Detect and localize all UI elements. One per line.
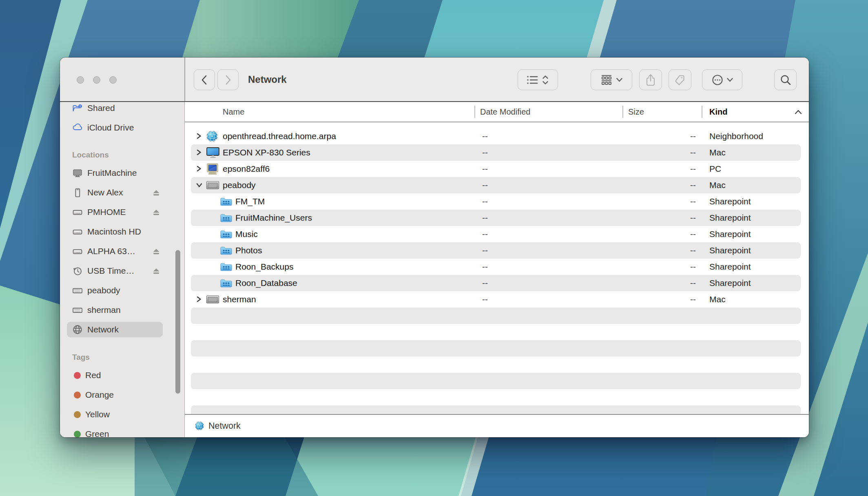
sidebar-item-new-alex[interactable]: New Alex <box>67 185 163 200</box>
sidebar-item-shared[interactable]: Shared <box>67 100 163 116</box>
kind-value: Sharepoint <box>709 242 751 259</box>
column-header-kind[interactable]: Kind <box>709 102 727 122</box>
file-row[interactable]: Music----Sharepoint <box>185 226 809 242</box>
disclosure-right-icon[interactable] <box>196 144 202 161</box>
column-separator[interactable] <box>702 106 702 118</box>
tag-color-dot <box>74 372 81 379</box>
empty-row <box>185 340 809 356</box>
file-row[interactable]: Roon_Database----Sharepoint <box>185 275 809 291</box>
empty-row <box>185 324 809 340</box>
globe-icon <box>72 324 83 335</box>
file-name: FM_TM <box>235 193 265 210</box>
disclosure-right-icon[interactable] <box>196 128 202 144</box>
empty-row <box>185 389 809 405</box>
size-value: -- <box>666 161 696 177</box>
sidebar-item-pmhome[interactable]: PMHOME <box>67 204 163 220</box>
size-value: -- <box>666 291 696 308</box>
group-button[interactable] <box>591 69 632 90</box>
server-icon <box>72 305 83 315</box>
eject-icon[interactable] <box>151 247 162 256</box>
shared-folder-icon <box>220 259 232 275</box>
file-row[interactable]: peabody----Mac <box>185 177 809 193</box>
sidebar-item-alpha-63[interactable]: ALPHA 63… <box>67 244 163 259</box>
disclosure-right-icon[interactable] <box>196 161 202 177</box>
file-row[interactable]: FruitMachine_Users----Sharepoint <box>185 210 809 226</box>
kind-value: Sharepoint <box>709 259 751 275</box>
zoom-button[interactable] <box>109 76 117 84</box>
eject-icon[interactable] <box>151 188 162 197</box>
sidebar-scrollbar-thumb[interactable] <box>175 250 180 394</box>
file-row[interactable]: FM_TM----Sharepoint <box>185 193 809 210</box>
share-button[interactable] <box>639 69 662 90</box>
sidebar-item-network[interactable]: Network <box>67 322 163 337</box>
disclosure-down-icon[interactable] <box>196 177 203 193</box>
disclosure-right-icon[interactable] <box>196 291 202 308</box>
column-header-date-modified[interactable]: Date Modified <box>480 102 530 122</box>
sidebar-item-label: Shared <box>87 103 115 113</box>
eject-icon[interactable] <box>151 208 162 217</box>
sidebar-item-peabody[interactable]: peabody <box>67 283 163 298</box>
sidebar-section-header-tags: Tags <box>72 353 90 363</box>
date-modified-value: -- <box>482 128 488 144</box>
group-grid-icon <box>600 74 613 86</box>
pc-crt-icon <box>206 161 219 177</box>
sidebar-item-green[interactable]: Green <box>67 426 163 437</box>
file-row[interactable]: openthread.thread.home.arpa----Neighborh… <box>185 128 809 144</box>
sidebar-item-label: peabody <box>87 286 120 295</box>
kind-value: Sharepoint <box>709 226 751 242</box>
column-separator[interactable] <box>622 106 623 118</box>
sidebar-item-usb-time[interactable]: USB Time… <box>67 263 163 279</box>
sidebar-item-orange[interactable]: Orange <box>67 387 163 403</box>
sidebar-item-yellow[interactable]: Yellow <box>67 407 163 422</box>
sidebar-item-label: Red <box>85 370 101 380</box>
size-value: -- <box>666 242 696 259</box>
sidebar-item-label: Green <box>85 429 109 437</box>
sidebar-item-label: Yellow <box>85 410 110 419</box>
search-button[interactable] <box>774 69 797 90</box>
column-header-name[interactable]: Name <box>223 102 244 122</box>
file-row[interactable]: Roon_Backups----Sharepoint <box>185 259 809 275</box>
more-actions-button[interactable] <box>702 69 742 90</box>
sidebar-item-icloud-drive[interactable]: iCloud Drive <box>67 120 163 135</box>
kind-value: Sharepoint <box>709 193 751 210</box>
size-value: -- <box>666 177 696 193</box>
file-row[interactable]: EPSON XP-830 Series----Mac <box>185 144 809 161</box>
shared-folder-icon <box>220 210 232 226</box>
kind-value: Sharepoint <box>709 275 751 291</box>
size-value: -- <box>666 259 696 275</box>
list-view-icon <box>527 74 539 86</box>
row-stripe <box>191 340 801 356</box>
imac-icon <box>72 168 83 178</box>
date-modified-value: -- <box>482 177 488 193</box>
sidebar-item-fruitmachine[interactable]: FruitMachine <box>67 165 163 181</box>
tag-color-dot <box>74 411 81 418</box>
sidebar-item-label: USB Time… <box>87 266 135 276</box>
view-options-button[interactable] <box>518 69 558 90</box>
ellipsis-circle-icon <box>711 74 724 86</box>
kind-value: Neighborhood <box>709 128 763 144</box>
forward-button[interactable] <box>217 69 239 90</box>
file-row[interactable]: sherman----Mac <box>185 291 809 308</box>
back-button[interactable] <box>194 69 215 90</box>
date-modified-value: -- <box>482 291 488 308</box>
sort-direction-icon <box>794 109 802 116</box>
kind-value: PC <box>709 161 721 177</box>
file-row[interactable]: Photos----Sharepoint <box>185 242 809 259</box>
sidebar-item-sherman[interactable]: sherman <box>67 302 163 318</box>
tag-button[interactable] <box>669 69 691 90</box>
column-separator[interactable] <box>474 106 475 118</box>
minimize-button[interactable] <box>93 76 100 84</box>
kind-value: Sharepoint <box>709 210 751 226</box>
tag-color-dot <box>74 392 81 399</box>
eject-icon[interactable] <box>151 267 162 275</box>
sidebar-item-macintosh-hd[interactable]: Macintosh HD <box>67 224 163 239</box>
sidebar-item-red[interactable]: Red <box>67 368 163 383</box>
close-button[interactable] <box>77 76 84 84</box>
file-row[interactable]: epson82aff6----PC <box>185 161 809 177</box>
column-header-size[interactable]: Size <box>628 102 644 122</box>
path-bar-item-network[interactable]: Network <box>195 415 241 437</box>
shared-folder-icon <box>220 193 232 210</box>
file-name: Photos <box>235 242 262 259</box>
cloud-icon <box>72 122 83 133</box>
chevron-right-icon <box>224 74 232 86</box>
